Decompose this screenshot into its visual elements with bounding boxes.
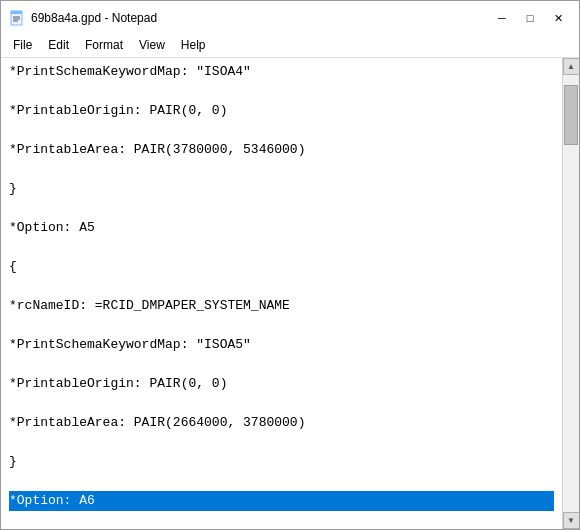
menu-file[interactable]: File	[5, 35, 40, 55]
editor-line-3: }	[9, 179, 554, 199]
scroll-thumb[interactable]	[564, 85, 578, 145]
editor-line-10: }	[9, 452, 554, 472]
scroll-up-button[interactable]: ▲	[563, 58, 580, 75]
editor-line-9: *PrintableArea: PAIR(2664000, 3780000)	[9, 413, 554, 433]
editor-line-0: *PrintSchemaKeywordMap: "ISOA4"	[9, 62, 554, 82]
menu-view[interactable]: View	[131, 35, 173, 55]
editor-line-11: *Option: A6	[9, 491, 554, 511]
close-button[interactable]: ✕	[545, 8, 571, 28]
scroll-down-button[interactable]: ▼	[563, 512, 580, 529]
editor-line-4: *Option: A5	[9, 218, 554, 238]
title-bar: 69b8a4a.gpd - Notepad ─ □ ✕	[1, 1, 579, 33]
content-area: *PrintSchemaKeywordMap: "ISOA4" *Printab…	[1, 58, 579, 529]
editor-line-7: *PrintSchemaKeywordMap: "ISOA5"	[9, 335, 554, 355]
editor-line-5: {	[9, 257, 554, 277]
menu-edit[interactable]: Edit	[40, 35, 77, 55]
title-bar-left: 69b8a4a.gpd - Notepad	[9, 10, 157, 26]
minimize-button[interactable]: ─	[489, 8, 515, 28]
menu-help[interactable]: Help	[173, 35, 214, 55]
editor-line-8: *PrintableOrigin: PAIR(0, 0)	[9, 374, 554, 394]
main-window: 69b8a4a.gpd - Notepad ─ □ ✕ File Edit Fo…	[0, 0, 580, 530]
vertical-scrollbar[interactable]: ▲ ▼	[562, 58, 579, 529]
maximize-button[interactable]: □	[517, 8, 543, 28]
editor-line-1: *PrintableOrigin: PAIR(0, 0)	[9, 101, 554, 121]
menu-bar: File Edit Format View Help	[1, 33, 579, 58]
svg-rect-1	[11, 11, 22, 14]
app-icon	[9, 10, 25, 26]
text-editor[interactable]: *PrintSchemaKeywordMap: "ISOA4" *Printab…	[1, 58, 562, 529]
title-controls: ─ □ ✕	[489, 8, 571, 28]
editor-line-2: *PrintableArea: PAIR(3780000, 5346000)	[9, 140, 554, 160]
menu-format[interactable]: Format	[77, 35, 131, 55]
scroll-track[interactable]	[563, 75, 579, 512]
window-title: 69b8a4a.gpd - Notepad	[31, 11, 157, 25]
editor-line-6: *rcNameID: =RCID_DMPAPER_SYSTEM_NAME	[9, 296, 554, 316]
